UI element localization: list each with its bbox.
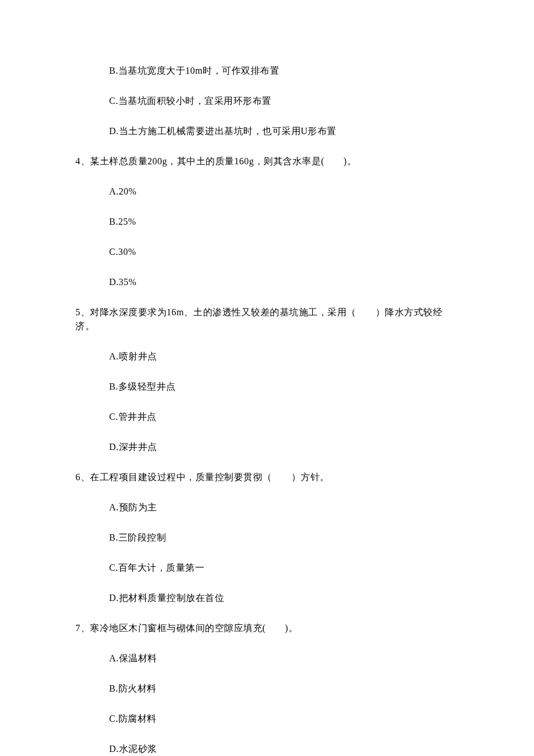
document-page: B.当基坑宽度大于10m时，可作双排布置 C.当基坑面积较小时，宜采用环形布置 … <box>0 0 534 756</box>
option-text: C.30% <box>109 245 459 259</box>
option-text: D.把材料质量控制放在首位 <box>109 591 459 605</box>
option-text: A.预防为主 <box>109 501 459 514</box>
option-text: B.当基坑宽度大于10m时，可作双排布置 <box>109 64 459 78</box>
option-text: B.多级轻型井点 <box>109 380 459 394</box>
option-text: C.当基坑面积较小时，宜采用环形布置 <box>109 94 459 108</box>
question-stem: 7、寒冷地区木门窗框与砌体间的空隙应填充( )。 <box>75 621 459 635</box>
option-text: C.百年大计，质量第一 <box>109 561 459 575</box>
question-stem: 5、对降水深度要求为16m、土的渗透性又较差的基坑施工，采用（ ）降水方式较经济… <box>75 305 459 333</box>
option-text: D.深井井点 <box>109 440 459 454</box>
option-text: A.20% <box>109 185 459 199</box>
option-text: A.保温材料 <box>109 651 459 665</box>
option-text: D.当土方施工机械需要进出基坑时，也可采用U形布置 <box>109 124 459 138</box>
question-stem: 4、某土样总质量200g，其中土的质量160g，则其含水率是( )。 <box>75 154 459 168</box>
option-text: D.35% <box>109 275 459 289</box>
option-text: A.喷射井点 <box>109 350 459 363</box>
question-stem: 6、在工程项目建设过程中，质量控制要贯彻（ ）方针。 <box>75 470 459 484</box>
option-text: C.管井井点 <box>109 410 459 424</box>
option-text: B.防火材料 <box>109 682 459 696</box>
option-text: D.水泥砂浆 <box>109 742 459 756</box>
option-text: C.防腐材料 <box>109 712 459 726</box>
option-text: B.25% <box>109 215 459 229</box>
option-text: B.三阶段控制 <box>109 531 459 545</box>
